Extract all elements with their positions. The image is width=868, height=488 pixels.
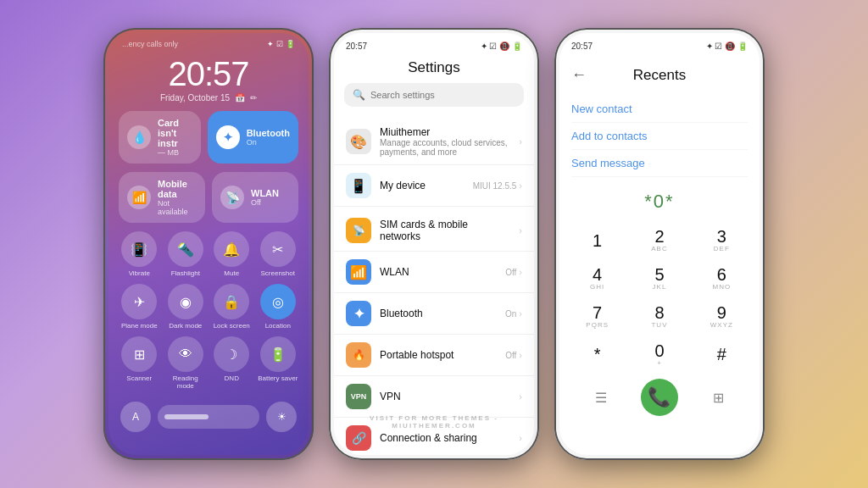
tile-mobile-sub: Not available (158, 199, 197, 216)
screenshot-icon: ✂ (260, 231, 296, 267)
tile-mobile-label: Mobile data (158, 179, 197, 199)
miuithemer-icon: 🎨 (346, 129, 371, 154)
settings-section-network: 📡 SIM cards & mobile networks › 📶 WLAN O… (334, 210, 534, 455)
key-7[interactable]: 7 PQRS (566, 297, 628, 336)
chevron-sim: › (519, 225, 522, 236)
dnd-icon: ☽ (214, 336, 249, 372)
plane-label: Plane mode (121, 322, 158, 330)
darkmode-btn[interactable]: ◉ Dark mode (165, 284, 207, 330)
key-1[interactable]: 1 (566, 221, 628, 259)
key-6[interactable]: 6 MNO (691, 259, 753, 297)
bluetooth-settings-icon: ✦ (346, 301, 371, 326)
dialer-menu-btn[interactable]: ☰ (582, 379, 620, 416)
plane-btn[interactable]: ✈ Plane mode (119, 284, 160, 330)
add-to-contacts-btn[interactable]: Add to contacts (571, 123, 748, 150)
flashlight-icon: 🔦 (168, 231, 203, 267)
key-hash[interactable]: # (691, 336, 753, 374)
call-button[interactable]: 📞 (641, 379, 678, 416)
reading-label: Reading mode (165, 374, 207, 390)
key-5[interactable]: 5 JKL (628, 259, 690, 297)
key-2[interactable]: 2 ABC (628, 221, 690, 259)
send-message-btn[interactable]: Send message (571, 150, 748, 177)
flashlight-label: Flashlight (171, 269, 200, 277)
phone-1-screen: ...ency calls only ✦ ☑ 🔋 20:57 Friday, O… (108, 33, 309, 455)
settings-item-bluetooth[interactable]: ✦ Bluetooth On › (334, 293, 534, 335)
tile-mobile-text: Mobile data Not available (158, 179, 197, 216)
search-bar[interactable]: 🔍 (344, 83, 524, 107)
battery-btn[interactable]: 🔋 Battery saver (258, 336, 299, 390)
screenshot-label: Screenshot (261, 269, 295, 277)
vibrate-btn[interactable]: 📳 Vibrate (119, 231, 160, 277)
key-star[interactable]: * (566, 336, 628, 374)
recents-status-bar: 20:57 ✦ ☑ 📵 🔋 (559, 33, 760, 56)
key-3[interactable]: 3 DEF (691, 221, 753, 259)
brightness-slider[interactable] (158, 405, 259, 429)
key-4[interactable]: 4 GHI (566, 259, 628, 297)
screenshot-btn[interactable]: ✂ Screenshot (258, 231, 299, 277)
tile-wlan[interactable]: 📡 WLAN Off (212, 172, 298, 223)
tile-bluetooth[interactable]: ✦ Bluetooth On (208, 111, 298, 164)
miuithemer-text: Miuithemer Manage accounts, cloud servic… (380, 126, 510, 157)
mute-btn[interactable]: 🔔 Mute (211, 231, 253, 277)
key-9[interactable]: 9 WXYZ (691, 297, 753, 336)
quick-tiles-1: 💧 Card isn't instr — MB ✦ Bluetooth On (108, 111, 309, 164)
vpn-text: VPN (380, 391, 510, 402)
wlan-icon: 📶 (346, 259, 371, 285)
dnd-btn[interactable]: ☽ DND (211, 336, 253, 390)
dnd-label: DND (225, 374, 239, 382)
wlan-tile-icon: 📡 (220, 186, 244, 209)
tile-bluetooth-sub: On (247, 138, 290, 147)
darkmode-icon: ◉ (168, 284, 203, 319)
tile-card[interactable]: 💧 Card isn't instr — MB (119, 111, 201, 164)
key-5-num: 5 (654, 266, 664, 283)
settings-item-vpn[interactable]: VPN VPN › (334, 376, 534, 418)
reading-btn[interactable]: 👁 Reading mode (165, 336, 207, 390)
scanner-btn[interactable]: ⊞ Scanner (119, 336, 160, 390)
lockscreen-icon: 🔒 (214, 284, 249, 319)
card-icon: 💧 (127, 125, 151, 149)
recents-time: 20:57 (571, 42, 593, 51)
chevron-vpn: › (519, 391, 522, 402)
settings-item-connection[interactable]: 🔗 Connection & sharing › (334, 418, 534, 455)
new-contact-btn[interactable]: New contact (571, 96, 748, 123)
mydevice-text: My device (380, 180, 465, 191)
settings-item-hotspot[interactable]: 🔥 Portable hotspot Off › (334, 335, 534, 376)
key-1-num: 1 (593, 232, 602, 249)
tile-mobile-data[interactable]: 📶 Mobile data Not available (119, 172, 205, 223)
settings-item-wlan[interactable]: 📶 WLAN Off › (334, 252, 534, 293)
settings-item-mydevice[interactable]: 📱 My device MIUI 12.5.5 › (334, 165, 534, 207)
wlan-status: Off (505, 268, 516, 277)
bottom-left-label: A (132, 411, 139, 423)
hotspot-status: Off (505, 351, 516, 360)
lockscreen-btn[interactable]: 🔒 Lock screen (211, 284, 253, 330)
settings-item-miuithemer[interactable]: 🎨 Miuithemer Manage accounts, cloud serv… (334, 119, 534, 165)
bottom-right-btn[interactable]: ☀ (266, 402, 297, 432)
phone-3: 20:57 ✦ ☑ 📵 🔋 ← Recents New contact Add … (554, 28, 765, 460)
settings-list: 🎨 Miuithemer Manage accounts, cloud serv… (334, 115, 534, 455)
location-btn[interactable]: ◎ Location (258, 284, 299, 330)
reading-icon: 👁 (168, 336, 203, 372)
recents-status-icons: ✦ ☑ 📵 🔋 (706, 42, 748, 51)
battery-label: Battery saver (258, 374, 298, 382)
mute-label: Mute (224, 269, 239, 277)
mydevice-label: My device (380, 180, 465, 191)
bottom-left-btn[interactable]: A (120, 402, 151, 432)
settings-title: Settings (334, 56, 534, 83)
connection-label: Connection & sharing (380, 432, 510, 444)
key-8[interactable]: 8 TUV (628, 297, 690, 336)
key-6-num: 6 (717, 266, 726, 283)
date-line: Friday, October 15 📅 ✏ (108, 93, 309, 103)
key-0[interactable]: 0 + (628, 336, 690, 374)
settings-item-sim[interactable]: 📡 SIM cards & mobile networks › (334, 210, 534, 252)
chevron-bt: › (519, 308, 522, 319)
key-0-letters: + (657, 359, 662, 367)
search-input[interactable] (370, 90, 515, 100)
dialer-bottom: ☰ 📞 ⊞ (559, 374, 760, 421)
key-2-letters: ABC (651, 245, 667, 252)
search-icon: 🔍 (353, 89, 365, 101)
back-arrow[interactable]: ← (571, 66, 587, 84)
dialer-grid-btn[interactable]: ⊞ (699, 379, 737, 416)
vibrate-icon: 📳 (121, 231, 157, 267)
edit-icon: ✏ (250, 93, 257, 103)
flashlight-btn[interactable]: 🔦 Flashlight (165, 231, 207, 277)
